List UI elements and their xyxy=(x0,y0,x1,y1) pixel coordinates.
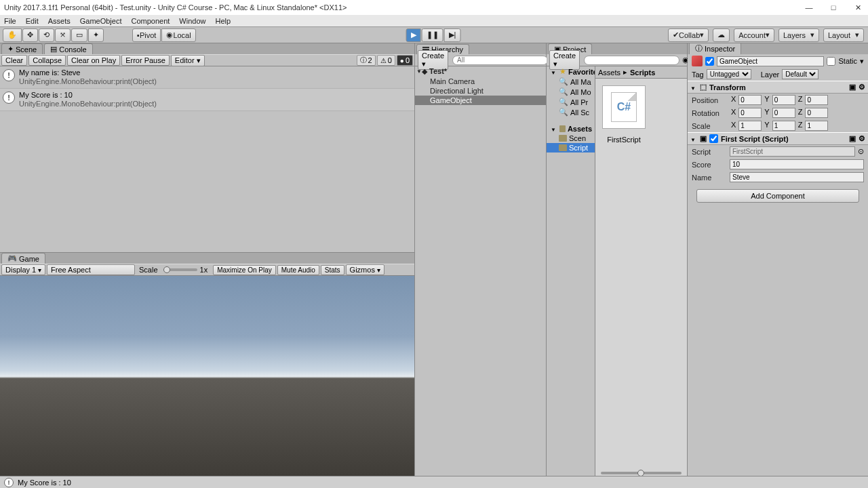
folder-item[interactable]: Script xyxy=(547,143,595,152)
favorite-item[interactable]: 🔍All Mo xyxy=(547,87,595,97)
menu-window[interactable]: Window xyxy=(179,17,205,25)
gear-icon[interactable]: ⚙ xyxy=(859,83,865,92)
stats-button[interactable]: Stats xyxy=(321,265,344,275)
hierarchy-item[interactable]: Directional Light xyxy=(415,86,546,96)
rot-x[interactable] xyxy=(738,108,762,118)
name-field[interactable] xyxy=(730,172,864,182)
tab-console[interactable]: ▤Console xyxy=(44,43,92,54)
pos-y[interactable] xyxy=(772,95,795,105)
scale-y[interactable] xyxy=(772,121,795,131)
menu-edit[interactable]: Edit xyxy=(26,17,39,25)
rect-tool-icon[interactable]: ▭ xyxy=(71,28,87,42)
console-editor[interactable]: Editor ▾ xyxy=(171,55,205,66)
menu-help[interactable]: Help xyxy=(215,17,231,25)
static-dropdown-icon[interactable]: ▾ xyxy=(860,57,864,66)
foldout-icon[interactable] xyxy=(551,68,557,76)
scale-tool-icon[interactable]: ⤧ xyxy=(55,28,71,42)
hierarchy-search[interactable] xyxy=(452,56,548,65)
rot-z[interactable] xyxy=(805,108,828,118)
add-component-button[interactable]: Add Component xyxy=(696,189,859,203)
step-button[interactable]: ▶| xyxy=(444,28,461,42)
breadcrumb-item[interactable]: Scripts xyxy=(630,68,655,77)
status-message[interactable]: My Score is : 10 xyxy=(18,479,71,487)
game-view[interactable] xyxy=(0,276,414,477)
help-icon[interactable]: ▣ xyxy=(849,134,856,143)
tab-scene[interactable]: ✦Scene xyxy=(1,43,43,54)
pause-button[interactable]: ❚❚ xyxy=(422,28,443,42)
favorite-item[interactable]: 🔍All Pr xyxy=(547,97,595,107)
project-search[interactable] xyxy=(584,56,679,65)
error-counter[interactable]: ●0 xyxy=(397,55,413,66)
console-clearplay[interactable]: Clear on Play xyxy=(67,55,120,66)
menu-gameobject[interactable]: GameObject xyxy=(80,17,122,25)
static-checkbox[interactable] xyxy=(827,57,835,66)
aspect-dropdown[interactable]: Free Aspect xyxy=(47,264,135,275)
local-button[interactable]: ◉ Local xyxy=(161,28,195,42)
tag-dropdown[interactable]: Untagged xyxy=(707,69,751,79)
hierarchy-scene[interactable]: ◆ Test* xyxy=(415,66,546,77)
menu-file[interactable]: File xyxy=(4,17,16,25)
maximize-on-play[interactable]: Maximize On Play xyxy=(213,265,276,275)
gameobject-icon[interactable] xyxy=(692,56,703,66)
object-picker-icon[interactable]: ⊙ xyxy=(858,147,864,156)
transform-component-header[interactable]: ⬚ Transform ▣ ⚙ xyxy=(688,81,868,94)
tab-inspector[interactable]: ⓘInspector xyxy=(689,42,741,54)
pos-x[interactable] xyxy=(738,95,762,105)
display-dropdown[interactable]: Display 1 ▾ xyxy=(1,264,45,275)
score-field[interactable] xyxy=(730,159,864,169)
gear-icon[interactable]: ⚙ xyxy=(859,134,865,143)
favorites-folder[interactable]: ★Favorites xyxy=(547,66,595,77)
pan-tool-icon[interactable]: ✋ xyxy=(3,28,22,42)
console-message[interactable]: ! My Score is : 10 UnityEngine.MonoBehav… xyxy=(0,89,414,111)
project-file[interactable]: C# FirstScript xyxy=(595,79,652,144)
project-files[interactable]: C# FirstScript xyxy=(595,79,687,477)
pivot-button[interactable]: ▪ Pivot xyxy=(132,28,161,42)
scale-slider[interactable] xyxy=(163,268,197,271)
cloud-button[interactable]: ☁ xyxy=(713,28,730,42)
scale-z[interactable] xyxy=(805,121,828,131)
collab-button[interactable]: ✔ Collab ▾ xyxy=(668,28,709,42)
favorite-item[interactable]: 🔍All Ma xyxy=(547,77,595,87)
console-clear[interactable]: Clear xyxy=(1,55,27,66)
move-tool-icon[interactable]: ✥ xyxy=(22,28,38,42)
rot-y[interactable] xyxy=(772,108,795,118)
play-button[interactable]: ▶ xyxy=(406,28,421,42)
transform-tool-icon[interactable]: ✦ xyxy=(88,28,104,42)
warn-counter[interactable]: ⚠0 xyxy=(377,55,395,66)
active-checkbox[interactable] xyxy=(705,57,714,66)
script-component-header[interactable]: ▣ First Script (Script) ▣ ⚙ xyxy=(688,132,868,145)
foldout-icon[interactable] xyxy=(690,135,697,143)
console-collapse[interactable]: Collapse xyxy=(28,55,66,66)
component-enabled-checkbox[interactable] xyxy=(709,134,718,143)
menu-assets[interactable]: Assets xyxy=(48,17,71,25)
foldout-icon[interactable] xyxy=(416,68,423,75)
pos-z[interactable] xyxy=(805,95,828,105)
rotate-tool-icon[interactable]: ⟲ xyxy=(39,28,54,42)
info-counter[interactable]: ⓘ2 xyxy=(357,55,376,66)
layer-dropdown[interactable]: Default xyxy=(782,69,818,79)
console-errorpause[interactable]: Error Pause xyxy=(121,55,170,66)
layers-dropdown[interactable]: Layers ▾ xyxy=(778,28,819,42)
hierarchy-item[interactable]: Main Camera xyxy=(415,77,546,86)
breadcrumb-item[interactable]: Assets xyxy=(598,68,620,77)
maximize-button[interactable]: □ xyxy=(827,3,840,12)
mute-audio[interactable]: Mute Audio xyxy=(277,265,319,275)
tab-game[interactable]: 🎮Game xyxy=(1,253,45,264)
account-dropdown[interactable]: Account ▾ xyxy=(734,28,774,42)
foldout-icon[interactable] xyxy=(690,83,697,92)
scale-x[interactable] xyxy=(738,121,762,131)
minimize-button[interactable]: — xyxy=(803,3,815,12)
favorite-item[interactable]: 🔍All Sc xyxy=(547,107,595,117)
thumbnail-size-slider[interactable] xyxy=(601,472,682,474)
help-icon[interactable]: ▣ xyxy=(849,83,856,92)
script-field[interactable] xyxy=(730,146,855,157)
layout-dropdown[interactable]: Layout ▾ xyxy=(823,28,864,42)
hierarchy-item[interactable]: GameObject xyxy=(415,96,546,105)
folder-item[interactable]: Scen xyxy=(547,134,595,143)
gizmos-button[interactable]: Gizmos ▾ xyxy=(346,264,384,275)
console-message[interactable]: ! My name is: Steve UnityEngine.MonoBeha… xyxy=(0,66,414,89)
assets-folder[interactable]: Assets xyxy=(547,124,595,134)
gameobject-name-input[interactable] xyxy=(717,56,824,66)
foldout-icon[interactable] xyxy=(551,125,557,133)
menu-component[interactable]: Component xyxy=(131,17,170,25)
